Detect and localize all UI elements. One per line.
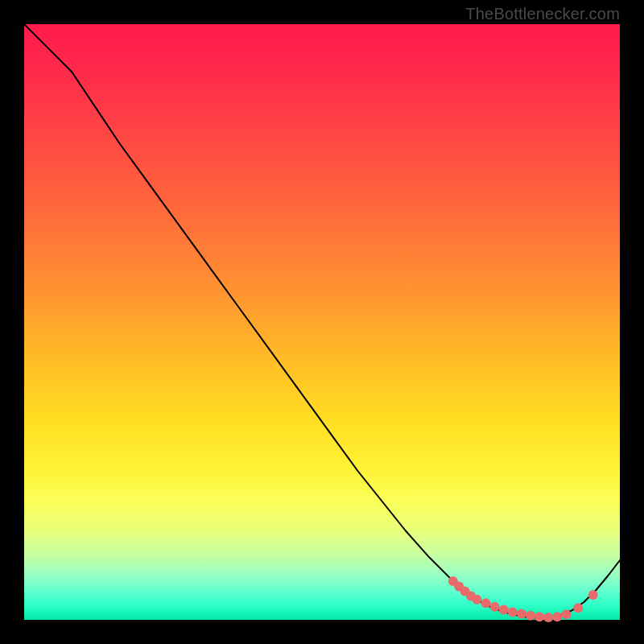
chart-svg <box>24 24 620 620</box>
curve-marker <box>588 590 598 600</box>
plot-area <box>24 24 620 620</box>
curve-marker <box>561 609 571 619</box>
marker-group <box>448 576 598 622</box>
curve-marker <box>508 607 518 617</box>
curve-marker <box>490 602 500 612</box>
chart-frame: TheBottlenecker.com <box>0 0 644 644</box>
curve-marker <box>517 609 526 619</box>
curve-marker <box>552 612 562 621</box>
curve-marker <box>499 605 509 614</box>
curve-marker <box>481 598 491 608</box>
curve-marker <box>526 611 535 621</box>
attribution-label: TheBottlenecker.com <box>465 5 620 23</box>
bottleneck-curve-line <box>24 24 620 618</box>
curve-marker <box>543 613 553 622</box>
curve-marker <box>472 595 481 605</box>
curve-marker <box>573 603 583 613</box>
curve-marker <box>535 612 544 621</box>
